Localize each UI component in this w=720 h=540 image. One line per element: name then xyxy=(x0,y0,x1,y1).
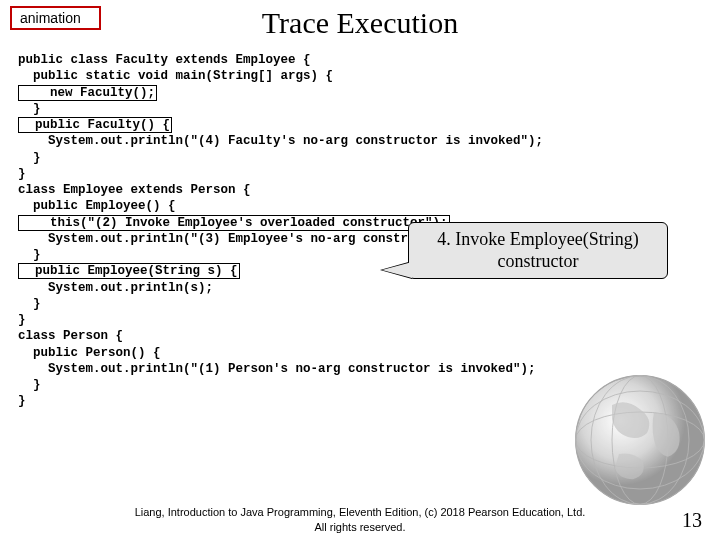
code-line: System.out.println("(1) Person's no-arg … xyxy=(0,361,720,377)
code-line: } xyxy=(0,377,720,393)
highlight-box: new Faculty(); xyxy=(18,85,157,101)
code-line: } xyxy=(0,296,720,312)
footer-line2: All rights reserved. xyxy=(0,520,720,534)
code-line: public Person() { xyxy=(0,345,720,361)
code-line: public static void main(String[] args) { xyxy=(0,68,720,84)
code-line: System.out.println(s); xyxy=(0,280,720,296)
highlight-box: public Employee(String s) { xyxy=(18,263,240,279)
slide-title: Trace Execution xyxy=(0,6,720,40)
highlight-box: this("(2) Invoke Employee's overloaded c… xyxy=(18,215,450,231)
code-line: public class Faculty extends Employee { xyxy=(0,52,720,68)
code-line: class Person { xyxy=(0,328,720,344)
step-callout: 4. Invoke Employee(String) constructor xyxy=(408,222,668,279)
animation-badge: animation xyxy=(10,6,101,30)
highlight-box: public Faculty() { xyxy=(18,117,172,133)
code-line: } xyxy=(0,166,720,182)
code-line: } xyxy=(0,150,720,166)
code-line: public Employee() { xyxy=(0,198,720,214)
callout-tail xyxy=(382,262,412,278)
code-line: } xyxy=(0,393,720,409)
code-line: } xyxy=(0,312,720,328)
page-number: 13 xyxy=(682,509,702,532)
code-line: } xyxy=(0,101,720,117)
code-line: class Employee extends Person { xyxy=(0,182,720,198)
code-line: new Faculty(); xyxy=(0,85,720,101)
animation-label: animation xyxy=(20,10,81,26)
code-line: System.out.println("(4) Faculty's no-arg… xyxy=(0,133,720,149)
code-line: public Faculty() { xyxy=(0,117,720,133)
